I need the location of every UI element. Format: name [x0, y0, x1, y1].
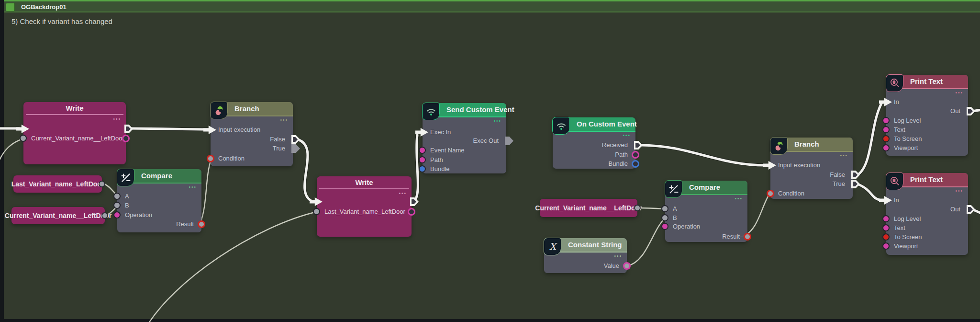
- pin-label: In: [894, 98, 899, 105]
- node-options-dots[interactable]: •••: [955, 90, 963, 95]
- pin-label: A: [673, 205, 677, 212]
- node-options-dots[interactable]: •••: [113, 116, 121, 122]
- title-separator: [319, 188, 409, 189]
- exec-out-notch: [853, 172, 858, 177]
- data-pin-ring-icon: [632, 160, 639, 168]
- pin-label: Exec Out: [473, 137, 499, 144]
- variable-node-current-variant-name-leftdoor[interactable]: Current_Variant_name__LeftDoor: [11, 207, 105, 224]
- data-pin-ring-icon: [408, 208, 415, 216]
- variable-output-pin[interactable]: [634, 205, 641, 211]
- node-on-custom-event[interactable]: On Custom Event•••ReceivedPathBundle: [553, 117, 635, 169]
- backdrop-title: OGBackdrop01: [21, 3, 67, 11]
- pin-label: Out: [950, 206, 960, 213]
- backdrop-titlebar[interactable]: OGBackdrop01: [4, 0, 980, 12]
- node-options-dots[interactable]: •••: [614, 253, 622, 259]
- compare-icon: [117, 169, 134, 186]
- variable-label: Current_Variant_name__LeftDoor: [535, 204, 642, 212]
- node-branch-2[interactable]: Branch•••Input executionConditionFalseTr…: [770, 138, 853, 199]
- pin-label: Condition: [218, 155, 245, 162]
- node-options-dots[interactable]: •••: [735, 196, 743, 201]
- node-title: Compare: [141, 172, 172, 180]
- exec-out-notch: [412, 199, 416, 204]
- node-write-1[interactable]: Write•••Current_Variant_name__LeftDoor: [23, 102, 126, 164]
- pin-label: Current_Variant_name__LeftDoor: [31, 135, 124, 142]
- title-separator: [26, 114, 123, 115]
- pin-label: Log Level: [894, 215, 921, 222]
- data-pin-ring-icon: [623, 262, 631, 270]
- data-pin-icon: [113, 202, 121, 209]
- data-pin-icon: [882, 224, 890, 231]
- data-pin-icon: [661, 205, 668, 212]
- pin-label: Bundle: [430, 165, 449, 172]
- pin-label: Value: [604, 262, 619, 269]
- pin-label: Path: [615, 151, 628, 158]
- constX-icon: X: [544, 238, 561, 255]
- data-pin-icon: [882, 117, 890, 124]
- pin-label: B: [125, 202, 129, 209]
- node-options-dots[interactable]: •••: [493, 118, 501, 124]
- pin-label: Text: [894, 224, 905, 231]
- pin-label: Exec In: [430, 128, 451, 136]
- data-pin-ring-icon: [744, 233, 751, 241]
- node-branch-1[interactable]: Branch•••Input executionConditionFalseTr…: [211, 102, 293, 166]
- pin-label: Input execution: [218, 126, 260, 133]
- pin-label: Event Name: [430, 147, 465, 154]
- debug-icon: [886, 172, 903, 190]
- variable-node-last-variant-name-leftdoor[interactable]: Last_Variant_name_LeftDoor: [13, 175, 102, 193]
- data-pin-icon: [113, 193, 121, 200]
- node-title: Compare: [689, 183, 720, 191]
- wifi-icon: [422, 103, 440, 120]
- node-options-dots[interactable]: •••: [623, 133, 631, 138]
- branch-icon: [210, 102, 228, 119]
- node-compare-1[interactable]: Compare•••ABOperationResult: [117, 169, 201, 232]
- pin-label: Received: [602, 141, 628, 149]
- pin-label: To Screen: [894, 135, 922, 142]
- data-pin-icon: [419, 165, 426, 172]
- pin-label: Path: [430, 156, 443, 163]
- pin-label: True: [833, 180, 845, 187]
- variable-label: Last_Variant_name_LeftDoor: [11, 180, 104, 188]
- exec-out-notch: [968, 109, 973, 114]
- data-pin-icon: [313, 208, 320, 215]
- node-options-dots[interactable]: •••: [399, 191, 407, 196]
- node-options-dots[interactable]: •••: [280, 117, 288, 123]
- data-pin-icon: [661, 214, 668, 221]
- pin-label: False: [830, 171, 845, 178]
- data-pin-icon: [20, 135, 27, 142]
- pin-label: Log Level: [894, 117, 921, 124]
- pin-label: Result: [722, 233, 740, 240]
- pin-label: True: [273, 145, 285, 152]
- pin-label: Result: [176, 220, 194, 228]
- node-options-dots[interactable]: •••: [955, 188, 963, 194]
- pin-label: Bundle: [609, 160, 628, 167]
- backdrop-color-icon: [6, 3, 15, 12]
- node-options-dots[interactable]: •••: [840, 153, 848, 158]
- node-title: Constant String: [568, 241, 622, 249]
- node-print-text-2[interactable]: Print Text•••InLog LevelTextTo ScreenVie…: [886, 173, 968, 255]
- pin-label: B: [673, 214, 677, 221]
- data-pin-ring-icon: [122, 135, 130, 142]
- exec-out-notch: [635, 143, 640, 148]
- data-pin-icon: [882, 242, 890, 250]
- pin-label: Input execution: [778, 161, 820, 169]
- node-options-dots[interactable]: •••: [189, 184, 197, 190]
- data-pin-icon: [661, 223, 668, 230]
- exec-out-notch: [126, 126, 131, 131]
- node-write-2[interactable]: Write•••Last_Variant_name_LeftDoor: [317, 176, 412, 237]
- node-constant-string[interactable]: XConstant String•••Value: [544, 238, 627, 273]
- pin-label: Condition: [778, 190, 804, 197]
- variable-output-pin[interactable]: [101, 212, 108, 219]
- node-print-text-1[interactable]: Print Text•••InLog LevelTextTo ScreenVie…: [886, 75, 968, 156]
- node-title: Print Text: [910, 175, 943, 184]
- variable-node-current-variant-name-leftdoor[interactable]: Current_Variant_name__LeftDoor: [540, 199, 637, 217]
- graph-editor: OGBackdrop01 5) Check if variant has cha…: [0, 0, 980, 322]
- data-pin-ring-icon: [207, 155, 214, 162]
- pin-label: Last_Variant_name_LeftDoor: [324, 208, 405, 215]
- node-compare-2[interactable]: Compare•••ABOperationResult: [665, 181, 747, 242]
- variable-output-pin[interactable]: [99, 181, 105, 187]
- pin-label: Operation: [125, 211, 152, 218]
- data-pin-icon: [882, 144, 890, 151]
- debug-icon: [886, 74, 903, 92]
- node-title: Branch: [794, 140, 819, 148]
- node-send-custom-event[interactable]: Send Custom Event•••Exec InEvent NamePat…: [423, 103, 506, 173]
